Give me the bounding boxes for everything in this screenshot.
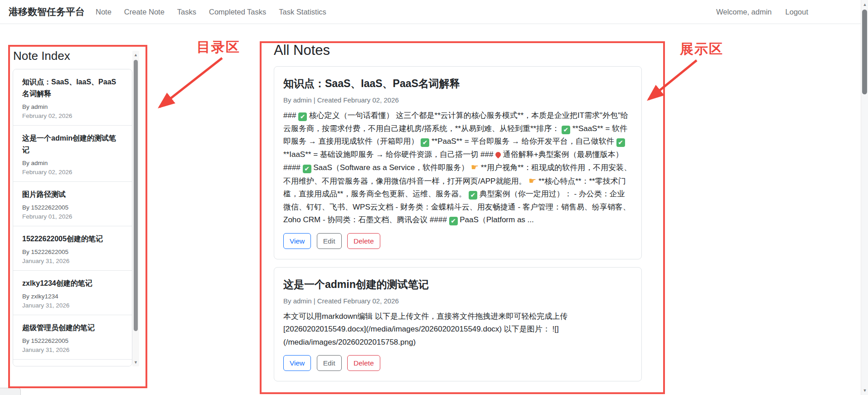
edit-button[interactable]: Edit <box>317 233 342 249</box>
note-card-body: 本文可以用markdown编辑 以下是上传文件，直接将文件拖拽进来即可轻松完成上… <box>283 310 632 349</box>
note-index-title: Note Index <box>13 49 133 63</box>
note-index-item[interactable]: 知识点：SaaS、IaaS、PaaS名词解释 By admin February… <box>13 69 132 126</box>
annotation-arrow-icon <box>153 54 230 115</box>
note-item-date: February 02, 2026 <box>22 112 123 120</box>
note-item-date: February 02, 2026 <box>22 168 123 176</box>
view-button[interactable]: View <box>283 355 311 371</box>
main-content: All Notes 知识点：SaaS、IaaS、PaaS名词解释 By admi… <box>274 42 642 389</box>
edit-button[interactable]: Edit <box>317 355 342 371</box>
note-item-author: By admin <box>22 103 123 111</box>
note-card: 知识点：SaaS、IaaS、PaaS名词解释 By admin | Create… <box>274 66 642 259</box>
note-card-body: ### ✔ 核心定义（一句话看懂） 这三个都是**云计算的核心服务模式**，本质… <box>283 109 632 227</box>
page-scrollbar[interactable]: ▲ ▼ <box>861 0 868 395</box>
note-item-title: 超级管理员创建的笔记 <box>22 322 123 334</box>
note-card: 这是一个admin创建的测试笔记 By admin | Created Febr… <box>274 267 642 382</box>
note-item-author: By admin <box>22 159 123 167</box>
brand[interactable]: 港移数智任务平台 <box>9 5 85 18</box>
sidebar-scrollbar[interactable]: ▲ ▼ <box>132 51 139 366</box>
scroll-down-icon[interactable]: ▼ <box>132 359 139 366</box>
note-card-byline: By admin | Created February 02, 2026 <box>283 297 632 305</box>
note-card-title: 知识点：SaaS、IaaS、PaaS名词解释 <box>283 77 632 91</box>
note-item-date: February 01, 2026 <box>22 213 123 220</box>
navbar-right: Welcome, admin Logout <box>716 8 808 16</box>
note-item-date: January 31, 2026 <box>22 302 123 309</box>
note-card-byline: By admin | Created February 02, 2026 <box>283 96 632 104</box>
note-item-title: 15222622005创建的笔记 <box>22 233 123 245</box>
nav-links: Note Create Note Tasks Completed Tasks T… <box>89 8 333 16</box>
delete-button[interactable]: Delete <box>347 355 380 371</box>
note-item-author: By 15222622005 <box>22 248 123 256</box>
note-item-title: 知识点：SaaS、IaaS、PaaS名词解释 <box>22 76 123 100</box>
all-notes-title: All Notes <box>274 42 642 59</box>
note-item-author: By 15222622005 <box>22 204 123 211</box>
note-item-date: January 31, 2026 <box>22 346 123 354</box>
nav-item-completed-tasks[interactable]: Completed Tasks <box>203 8 272 16</box>
scroll-up-icon[interactable]: ▲ <box>861 1 868 8</box>
scroll-up-icon[interactable]: ▲ <box>132 51 139 59</box>
note-item-date: January 31, 2026 <box>22 257 123 265</box>
annotation-label-display: 展示区 <box>680 40 723 59</box>
sidebar: Note Index 知识点：SaaS、IaaS、PaaS名词解释 By adm… <box>13 49 133 366</box>
page: 港移数智任务平台 Note Create Note Tasks Complete… <box>0 0 868 395</box>
scroll-down-icon[interactable]: ▼ <box>861 387 868 394</box>
note-index-item[interactable]: 超级管理员创建的笔记 By 15222622005 January 31, 20… <box>13 315 132 360</box>
annotation-arrow-icon <box>641 56 705 108</box>
note-card-actions: View Edit Delete <box>283 355 632 371</box>
welcome-text: Welcome, admin <box>716 8 772 16</box>
navbar: 港移数智任务平台 Note Create Note Tasks Complete… <box>0 0 861 24</box>
note-index-item[interactable]: 15222622005创建的笔记 By 15222622005 January … <box>13 226 132 271</box>
page-scrollbar-thumb[interactable] <box>862 10 867 94</box>
note-card-title: 这是一个admin创建的测试笔记 <box>283 278 632 292</box>
nav-item-task-statistics[interactable]: Task Statistics <box>272 8 333 16</box>
note-index-item[interactable]: 测试 <box>13 360 132 366</box>
logout-link[interactable]: Logout <box>786 8 808 16</box>
note-card-actions: View Edit Delete <box>283 233 632 249</box>
browser-status-stub <box>0 388 21 395</box>
note-index-item[interactable]: 这是一个admin创建的测试笔记 By admin February 02, 2… <box>13 126 132 182</box>
note-item-title: zxlky1234创建的笔记 <box>22 278 123 289</box>
note-index-item[interactable]: zxlky1234创建的笔记 By zxlky1234 January 31, … <box>13 271 132 315</box>
nav-item-note[interactable]: Note <box>89 8 118 16</box>
nav-item-create-note[interactable]: Create Note <box>118 8 171 16</box>
note-item-title: 图片路径测试 <box>22 189 123 200</box>
annotation-label-directory: 目录区 <box>197 38 240 57</box>
note-item-author: By zxlky1234 <box>22 293 123 300</box>
delete-button[interactable]: Delete <box>347 233 380 249</box>
note-index-item[interactable]: 图片路径测试 By 15222622005 February 01, 2026 <box>13 182 132 226</box>
note-index-list: 知识点：SaaS、IaaS、PaaS名词解释 By admin February… <box>13 69 132 366</box>
nav-item-tasks[interactable]: Tasks <box>171 8 203 16</box>
note-item-title: 这是一个admin创建的测试笔记 <box>22 132 123 156</box>
note-item-author: By 15222622005 <box>22 337 123 345</box>
sidebar-scrollbar-thumb[interactable] <box>134 60 138 331</box>
view-button[interactable]: View <box>283 233 311 249</box>
